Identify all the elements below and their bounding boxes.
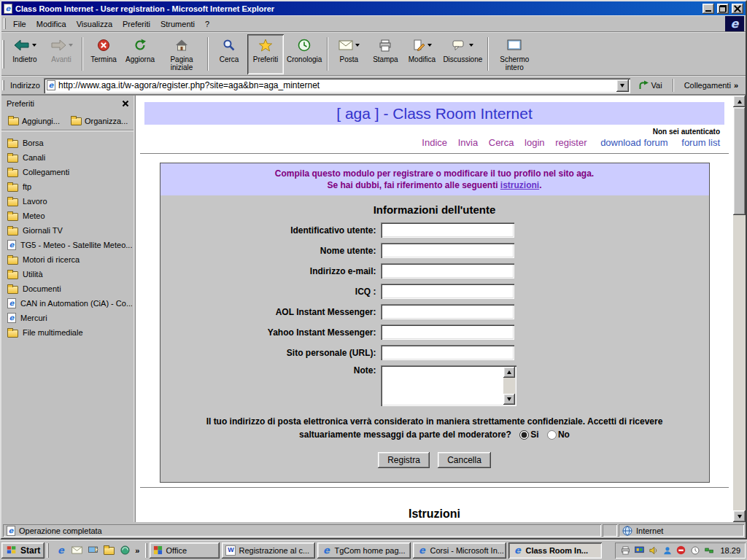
favorites-button[interactable]: Preferiti [247, 34, 284, 74]
consent-no-radio[interactable] [547, 430, 557, 440]
taskbar-task-button[interactable]: TgCom home pag... [317, 542, 411, 559]
aol-messenger-input[interactable] [381, 304, 514, 319]
go-button[interactable]: Vai [634, 78, 667, 93]
menu-view[interactable]: Visualizza [71, 17, 117, 31]
favorite-item[interactable]: Lavoro [3, 194, 132, 209]
username-input[interactable] [381, 243, 514, 258]
favorite-item[interactable]: Utilità [3, 267, 132, 281]
scrollbar-track[interactable] [733, 107, 746, 510]
home-button[interactable]: Pagina iniziale [158, 34, 205, 74]
forward-button[interactable]: Avanti [43, 34, 80, 74]
back-dropdown-icon[interactable] [32, 44, 36, 47]
favorite-item[interactable]: Meteo [3, 209, 132, 223]
back-button[interactable]: Indietro [7, 34, 43, 74]
channels-quicklaunch-icon[interactable] [119, 545, 131, 556]
favorite-item[interactable]: Canali [3, 150, 132, 165]
nav-link-download-forum[interactable]: download forum [600, 137, 668, 148]
edit-dropdown-icon[interactable] [427, 44, 432, 47]
favorite-item[interactable]: File multimediale [3, 325, 132, 340]
favorite-item[interactable]: Collegamenti [3, 165, 132, 179]
tray-printer-icon[interactable] [620, 545, 631, 556]
tray-network-icon[interactable] [703, 545, 714, 556]
mail-button[interactable]: Posta [330, 34, 367, 74]
restore-button[interactable] [717, 4, 729, 14]
mail-quicklaunch-icon[interactable] [71, 545, 82, 556]
favorite-item[interactable]: ftp [3, 179, 132, 194]
chevron-double-icon[interactable]: » [734, 81, 738, 90]
nav-link-login[interactable]: login [525, 137, 544, 148]
nav-link-invia[interactable]: Invia [458, 137, 478, 148]
favorite-item[interactable]: Borsa [3, 136, 132, 150]
links-button[interactable]: Collegamenti » [680, 79, 743, 92]
icq-input[interactable] [381, 284, 514, 299]
menu-help[interactable]: ? [200, 17, 214, 31]
taskbar-task-button[interactable]: Registrazione al c... [222, 542, 315, 559]
mail-dropdown-icon[interactable] [355, 44, 360, 47]
scroll-up-button[interactable] [503, 367, 515, 378]
tray-volume-icon[interactable] [648, 545, 659, 556]
nav-link-indice[interactable]: Indice [422, 137, 447, 148]
scroll-down-button[interactable] [503, 394, 515, 405]
start-button[interactable]: Start [1, 542, 44, 559]
favorite-item[interactable]: Documenti [3, 281, 132, 296]
menu-tools[interactable]: Strumenti [155, 17, 200, 31]
tray-antivirus-icon[interactable] [676, 545, 686, 556]
print-button[interactable]: Stampa [367, 34, 403, 74]
consent-yes-radio[interactable] [519, 430, 529, 440]
address-input[interactable]: http://www.aga.it/w-agora/register.php?s… [44, 78, 630, 93]
favorite-item[interactable]: CAN in Automation (CiA) - Co... [3, 296, 132, 311]
nav-link-register[interactable]: register [555, 137, 587, 148]
organize-favorites-button[interactable]: Organizza... [66, 114, 132, 128]
chevron-double-icon[interactable]: » [135, 546, 139, 555]
vertical-scrollbar[interactable] [733, 96, 746, 522]
toolbar-grip[interactable] [2, 40, 4, 69]
taskbar-clock[interactable]: 18.29 [720, 546, 740, 555]
note-textarea[interactable] [382, 367, 503, 405]
taskbar-task-button-active[interactable]: Class Room In... [508, 542, 602, 559]
menubar-grip[interactable] [4, 18, 6, 29]
website-url-input[interactable] [381, 345, 514, 360]
addressbar-grip[interactable] [2, 80, 4, 90]
favorites-close-button[interactable] [119, 98, 131, 109]
fullscreen-button[interactable]: Schermo intero [491, 34, 538, 74]
menu-favorites[interactable]: Preferiti [117, 17, 155, 31]
register-button[interactable]: Registra [378, 452, 430, 468]
favorite-item[interactable]: TG5 - Meteo - Satellite Meteo... [3, 238, 132, 252]
nav-link-forum-list[interactable]: forum list [681, 137, 720, 148]
address-dropdown-button[interactable] [616, 79, 629, 92]
ie-quicklaunch-icon[interactable] [55, 545, 66, 556]
favorite-item[interactable]: Motori di ricerca [3, 252, 132, 267]
taskbar-task-button[interactable]: Corsi - Microsoft In... [413, 542, 506, 559]
add-favorite-button[interactable]: Aggiungi... [4, 114, 64, 128]
folder-quicklaunch-icon[interactable] [103, 545, 115, 556]
favorite-item[interactable]: Mercuri [3, 311, 132, 325]
show-desktop-icon[interactable] [87, 545, 98, 556]
discuss-dropdown-icon[interactable] [469, 44, 473, 47]
menu-file[interactable]: File [8, 17, 31, 31]
tray-messenger-icon[interactable] [662, 545, 673, 556]
tray-display-icon[interactable] [634, 545, 645, 556]
email-input[interactable] [381, 263, 514, 279]
favorite-item[interactable]: Giornali TV [3, 223, 132, 238]
tray-scheduler-icon[interactable] [689, 545, 700, 556]
nav-link-cerca[interactable]: Cerca [489, 137, 514, 148]
scroll-down-button[interactable] [733, 510, 746, 522]
stop-button[interactable]: Termina [85, 34, 122, 74]
edit-button[interactable]: Modifica [403, 34, 440, 74]
minimize-button[interactable] [703, 4, 714, 14]
scroll-up-button[interactable] [733, 96, 746, 107]
search-button[interactable]: Cerca [211, 34, 247, 74]
menu-edit[interactable]: Modifica [31, 17, 71, 31]
istruzioni-link[interactable]: istruzioni [500, 179, 539, 191]
user-id-input[interactable] [381, 222, 514, 238]
office-toolbar-button[interactable]: Office [150, 542, 220, 559]
scrollbar-thumb[interactable] [733, 107, 746, 215]
discuss-button[interactable]: Discussione [440, 34, 485, 74]
history-button[interactable]: Cronologia [284, 34, 325, 74]
yahoo-messenger-input[interactable] [381, 324, 514, 340]
refresh-button[interactable]: Aggiorna [122, 34, 158, 74]
close-button[interactable] [732, 4, 743, 14]
address-url[interactable]: http://www.aga.it/w-agora/register.php?s… [58, 80, 614, 90]
cancel-button[interactable]: Cancella [438, 452, 491, 468]
note-scrollbar[interactable] [503, 367, 515, 405]
